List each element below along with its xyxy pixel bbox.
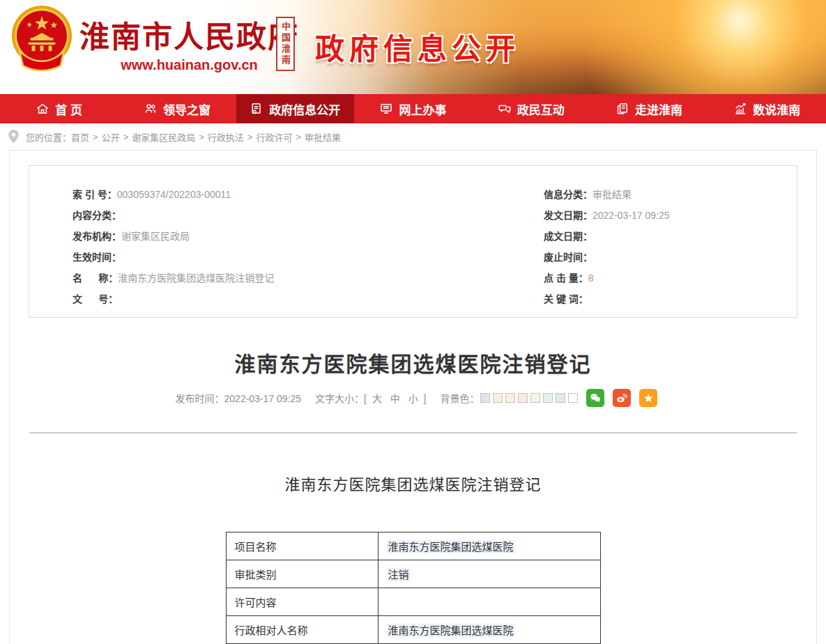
bg-swatch-yellow[interactable] [493,393,503,403]
share-favorite-button[interactable]: ★ [639,389,657,407]
info-label: 文 号： [72,293,118,305]
table-row-counterpart-name: 行政相对人名称 淮南东方医院集团选煤医院 [226,616,600,644]
info-label: 成文日期： [544,231,592,242]
info-label: 发布机构： [72,231,121,242]
bg-color-label: 背景色： [440,391,479,405]
bg-swatch-blue[interactable] [556,393,565,403]
bg-swatch-peach[interactable] [505,393,515,403]
breadcrumb-separator: > [123,132,129,142]
china-huainan-seal: 中国淮南 [276,17,295,71]
nav-label: 数说淮南 [753,100,800,118]
national-emblem-logo [8,4,75,74]
share-wechat-button[interactable] [586,389,604,407]
font-size-label: 文字大小：[ [315,393,367,404]
table-value-cell: 淮南东方医院集团选煤医院 [387,624,515,637]
info-value: 淮南东方医院集团选煤医院注销登记 [118,273,274,284]
people-icon [144,102,158,116]
approval-result-table: 项目名称 淮南东方医院集团选煤医院 审批类别 注销 许可内容 行政相对人名称 淮… [226,532,601,644]
nav-label: 政府信息公开 [269,100,340,118]
site-name: 淮南市人民政府 [79,13,299,56]
breadcrumb-item-license[interactable]: 行政许可 [256,130,292,144]
breadcrumb-item-enforcement[interactable]: 行政执法 [208,130,244,144]
breadcrumb-separator: > [247,132,253,142]
content-wrapper: 索 引 号：003059374/202203-00011 内容分类： 发布机构：… [9,150,817,644]
info-row-doc-number: 文 号： [72,289,274,309]
weibo-icon [615,392,628,404]
nav-item-home[interactable]: 首 页 [0,94,118,123]
breadcrumb-separator: > [296,132,301,142]
info-row-issuing-agency: 发布机构：谢家集区民政局 [72,226,274,247]
breadcrumb-prefix: 您的位置： [26,130,71,144]
nav-item-about-huainan[interactable]: 走进淮南 [590,94,708,123]
page-title: 淮南东方医院集团选煤医院注销登记 [10,347,816,378]
bg-swatch-cyan[interactable] [543,393,553,403]
breadcrumb-item-results[interactable]: 审批结果 [305,130,341,144]
bg-swatch-green[interactable] [530,393,540,403]
bg-color-swatches [480,393,578,403]
location-pin-icon [7,129,20,144]
info-row-effective-time: 生效时间： [72,247,274,268]
info-row-publish-date: 发文日期：2022-03-17 09:25 [544,205,670,226]
section-divider [29,432,797,434]
table-row-license-content: 许可内容 [226,588,600,616]
info-label: 废止时间： [544,252,592,263]
table-row-approval-type: 审批类别 注销 [226,560,600,588]
banner-title: 政府信息公开 [315,25,520,68]
nav-item-data-huainan[interactable]: 数说淮南 [708,94,826,123]
breadcrumb-separator: > [199,132,204,142]
info-label: 信息分类： [544,189,592,200]
table-row-project-name: 项目名称 淮南东方医院集团选煤医院 [226,532,600,560]
info-column-right: 信息分类：审批结果 发文日期：2022-03-17 09:25 成文日期： 废止… [544,184,670,309]
info-label: 名 称： [72,273,118,284]
info-row-title: 名 称：淮南东方医院集团选煤医院注销登记 [72,268,274,289]
nav-item-public-interaction[interactable]: 政民互动 [472,94,590,123]
font-size-small-button[interactable]: 小 [408,393,418,404]
article-meta-row: 发布时间：2022-03-17 09:25 文字大小：[ 大 中 小 ] 背景色… [10,389,816,407]
info-row-written-date: 成文日期： [544,226,670,247]
star-icon: ★ [643,392,654,404]
info-label: 索 引 号： [72,189,117,200]
nav-label: 领导之窗 [163,100,211,118]
bg-swatch-pink[interactable] [518,393,528,403]
share-weibo-button[interactable] [613,389,631,407]
info-row-keywords: 关 键 词： [544,289,670,309]
info-row-content-category: 内容分类： [72,205,274,226]
table-value-cell: 淮南东方医院集团选煤医院 [387,540,515,553]
info-label: 发文日期： [544,210,592,221]
font-size-large-button[interactable]: 大 [372,393,382,404]
chart-icon [733,102,747,116]
site-header: 淮南市人民政府 www.huainan.gov.cn 中国淮南 政府信息公开 [0,0,826,94]
breadcrumb: 您的位置： 首页 > 公开 > 谢家集区民政局 > 行政执法 > 行政许可 > … [0,123,826,150]
breadcrumb-item-disclosure[interactable]: 公开 [102,130,120,144]
chat-icon [498,102,512,116]
info-column-left: 索 引 号：003059374/202203-00011 内容分类： 发布机构：… [72,184,274,309]
bg-swatch-white[interactable] [568,393,578,403]
info-value: 003059374/202203-00011 [117,189,231,200]
breadcrumb-item-home[interactable]: 首页 [71,130,89,144]
table-label-cell: 项目名称 [226,532,378,560]
font-size-control: 文字大小：[ 大 中 小 ] [315,391,426,405]
info-label: 内容分类： [72,210,121,221]
document-title: 淮南东方医院集团选煤医院注销登记 [10,472,816,494]
site-url: www.huainan.gov.cn [79,57,299,73]
font-size-medium-button[interactable]: 中 [390,393,400,404]
nav-item-gov-info-disclosure[interactable]: 政府信息公开 [236,94,354,123]
wechat-icon [589,392,602,404]
table-label-cell: 许可内容 [226,588,378,616]
bg-swatch-gray[interactable] [480,393,490,403]
info-row-hit-count: 点 击 量：8 [544,268,670,289]
nav-item-online-services[interactable]: 网上办事 [354,94,472,123]
nav-item-leaders[interactable]: 领导之窗 [118,94,236,123]
font-size-bracket: ] [424,393,427,404]
info-label: 点 击 量： [544,273,588,284]
breadcrumb-item-bureau[interactable]: 谢家集区民政局 [132,130,195,144]
nav-label: 走进淮南 [635,100,682,118]
breadcrumb-separator: > [93,132,98,142]
info-value: 谢家集区民政局 [121,231,190,242]
info-row-info-category: 信息分类：审批结果 [544,184,670,205]
info-row-abolish-time: 废止时间： [544,247,670,268]
info-value: 审批结果 [592,189,632,200]
home-icon [36,102,49,116]
info-value: 8 [588,273,594,284]
main-nav: 首 页 领导之窗 政府信息公开 网上办事 政民互动 走进淮南 [0,94,826,123]
